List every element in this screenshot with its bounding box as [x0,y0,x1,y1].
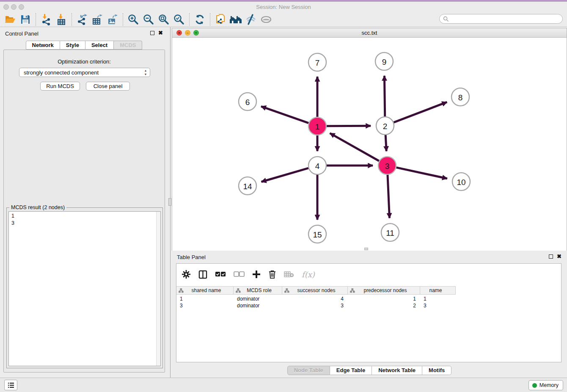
optimization-criterion-label: Optimization criterion: [4,58,165,65]
select-all-icon[interactable] [215,271,226,277]
delete-icon[interactable] [268,270,276,279]
tab-network[interactable]: Network [26,41,60,50]
edge-2-9[interactable] [384,76,385,116]
table-header-row[interactable]: shared nameMCDS rolesuccessor nodesprede… [176,286,456,295]
cell-shared-name[interactable]: 3 [176,302,234,309]
float-panel-icon[interactable] [150,31,154,35]
node-label-10: 10 [457,178,465,187]
node-label-1: 1 [315,122,320,131]
new-network-from-selection-icon[interactable] [213,13,228,26]
tab-select[interactable]: Select [85,41,114,50]
function-icon: f(x) [302,270,315,279]
save-session-icon[interactable] [18,13,33,26]
column-header-shared-name[interactable]: shared name [176,287,234,294]
table-row[interactable]: 3dominator323 [176,302,456,309]
mcds-result-scrollbar[interactable] [156,212,160,366]
open-session-icon[interactable] [3,13,18,26]
tab-node-table[interactable]: Node Table [287,366,330,375]
zoom-fit-icon[interactable] [156,13,171,26]
mcds-result-title: MCDS result (2 nodes) [9,204,66,210]
edge-3-1[interactable] [330,133,379,161]
cell-predecessor-nodes[interactable]: 1 [348,295,420,302]
network-window-titlebar[interactable]: ✕ − + scc.txt [172,28,567,38]
cell-successor-nodes[interactable]: 4 [282,295,348,302]
refresh-icon[interactable] [192,13,207,26]
cell-predecessor-nodes[interactable]: 2 [348,302,420,309]
mcds-result-textarea[interactable]: 1 3 [8,211,161,366]
cell-MCDS-role[interactable]: dominator [234,302,282,309]
control-panel-tabs: NetworkStyleSelectMCDS [0,41,168,50]
zoom-in-icon[interactable] [126,13,141,26]
toolbar-separator [210,13,210,26]
toolbar-separator [72,13,72,26]
tab-edge-table[interactable]: Edge Table [330,366,372,375]
mcds-result-text: 1 3 [11,213,14,227]
vertical-splitter-handle[interactable] [168,198,171,206]
node-label-3: 3 [385,162,390,171]
node-label-4: 4 [315,162,320,171]
column-header-predecessor-nodes[interactable]: predecessor nodes [348,287,420,294]
cell-name[interactable]: 3 [420,302,456,309]
table-toolbar: f(x) [176,264,561,285]
export-network-icon[interactable] [74,13,90,26]
zoom-out-icon[interactable] [141,13,156,26]
table-panel-title: Table Panel [177,254,206,260]
optimization-criterion-value: strongly connected component [24,69,99,76]
tab-mcds[interactable]: MCDS [114,41,142,50]
show-all-icon[interactable] [259,13,274,26]
edge-3-11[interactable] [388,175,390,218]
control-panel-title: Control Panel [5,30,39,37]
toolbar-separator [36,13,36,26]
search-field[interactable] [439,14,563,24]
cell-shared-name[interactable]: 1 [176,295,234,302]
add-icon[interactable] [252,270,261,279]
column-header-MCDS-role[interactable]: MCDS role [234,287,282,294]
import-table-icon[interactable] [54,13,69,26]
table-panel: Table Panel ✖ [172,251,567,378]
column-header-successor-nodes[interactable]: successor nodes [282,287,348,294]
network-graph[interactable]: 1234678910111415 [172,38,567,251]
export-image-icon[interactable] [105,13,120,26]
deselect-all-icon[interactable] [234,271,245,277]
horizontal-splitter-handle[interactable] [364,248,368,250]
column-header-name[interactable]: name [420,287,456,294]
memory-button[interactable]: Memory [528,380,563,390]
close-table-panel-icon[interactable]: ✖ [557,253,561,259]
run-mcds-button[interactable]: Run MCDS [40,82,80,91]
network-canvas[interactable]: 1234678910111415 [172,38,567,251]
edge-1-2[interactable] [327,126,371,126]
node-label-6: 6 [245,98,250,107]
node-label-14: 14 [243,182,252,191]
search-input[interactable] [449,16,559,22]
cell-MCDS-role[interactable]: dominator [234,295,282,302]
delete-table-icon [284,271,294,278]
table-row[interactable]: 1dominator411 [176,295,456,302]
cell-successor-nodes[interactable]: 3 [282,302,348,309]
close-panel-icon[interactable]: ✖ [158,30,163,36]
close-panel-button[interactable]: Close panel [86,82,130,91]
cell-name[interactable]: 1 [420,295,456,302]
export-table-icon[interactable] [90,13,105,26]
task-history-button[interactable] [4,380,17,390]
edge-2-8[interactable] [394,102,447,122]
vertical-splitter[interactable] [168,27,172,378]
edge-1-6[interactable] [261,106,308,123]
toolbar-separator [123,13,123,26]
column-icon[interactable] [198,270,207,279]
first-neighbors-icon[interactable] [228,13,243,26]
tab-style[interactable]: Style [60,41,85,50]
edge-3-10[interactable] [396,168,447,179]
edge-4-14[interactable] [261,168,308,182]
edge-2-3[interactable] [385,135,386,151]
tab-network-table[interactable]: Network Table [372,366,422,375]
float-table-panel-icon[interactable] [549,254,553,259]
tab-motifs[interactable]: Motifs [422,366,451,375]
zoom-selected-icon[interactable] [171,13,187,26]
import-network-icon[interactable] [39,13,54,26]
application-window: Session: New Session [0,0,567,392]
window-title: Session: New Session [0,4,567,10]
hide-selected-icon[interactable] [243,13,259,26]
gear-icon[interactable] [182,270,191,279]
optimization-criterion-select[interactable]: strongly connected component ▴▾ [19,68,150,77]
node-label-2: 2 [383,122,388,131]
